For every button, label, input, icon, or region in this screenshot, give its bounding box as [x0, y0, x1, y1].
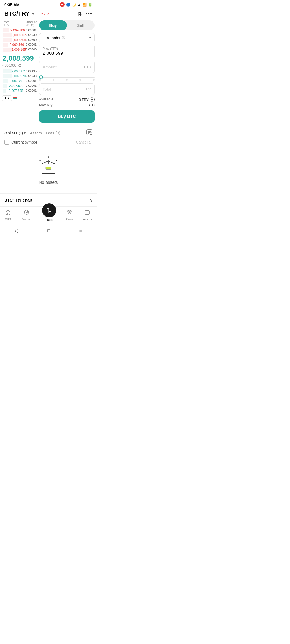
nav-trade[interactable]: ⇅ Trade	[42, 209, 56, 221]
checkbox[interactable]	[4, 140, 9, 145]
buy-tab[interactable]: Buy	[39, 20, 67, 30]
menu-button[interactable]: ≡	[79, 228, 82, 234]
nav-okx-label: OKX	[5, 218, 11, 221]
order-type-selector[interactable]: Limit order ⓘ ▾	[39, 33, 95, 42]
nav-assets[interactable]: Assets	[83, 209, 92, 221]
orders-dropdown-icon[interactable]: ▾	[24, 131, 26, 135]
available-value: 0 TRY +	[79, 97, 95, 102]
amount-placeholder: Amount	[43, 65, 57, 69]
sell-amount-3: 0.00500	[26, 38, 37, 42]
cancel-all-button[interactable]: Cancel all	[76, 140, 92, 144]
price-value: 2,008,599	[43, 51, 91, 56]
ob-buy-row: 2,007,593 0.00001	[2, 83, 37, 88]
header: BTC/TRY ▼ -1.67% ⇅ •••	[0, 8, 97, 20]
sell-tab[interactable]: Sell	[67, 20, 95, 30]
nav-trade-label: Trade	[45, 218, 53, 221]
trade-fab[interactable]: ⇅	[42, 203, 56, 217]
grow-icon	[67, 209, 73, 217]
history-icon[interactable]	[86, 129, 92, 137]
ob-sell-row: 2,009,166 0.00001	[2, 42, 37, 47]
bots-tab[interactable]: Bots (0)	[46, 131, 60, 135]
buy-amount-1: 0.02495	[26, 69, 37, 73]
sell-amount-5: 0.00500	[26, 48, 37, 52]
ob-buy-row: 2,007,970 0.04933	[2, 74, 37, 79]
depth-arrow: ▼	[7, 97, 10, 100]
sell-price-3: 2,009,306	[12, 38, 26, 42]
view-toggle[interactable]	[13, 97, 17, 99]
max-buy-value: 0 BTC	[85, 103, 95, 107]
pair-name[interactable]: BTC/TRY	[4, 10, 30, 17]
svg-line-11	[39, 160, 41, 161]
current-symbol-label: Current symbol	[11, 140, 37, 144]
price-field[interactable]: Price (TRY) 2,008,599	[39, 45, 95, 58]
buy-price-5: 2,007,395	[9, 89, 23, 93]
buy-amount-3: 0.00001	[26, 79, 37, 83]
available-label: Available	[39, 97, 53, 102]
ob-sell-row: 2,009,165 0.00500	[2, 47, 37, 52]
empty-box-icon	[38, 155, 59, 177]
nav-grow[interactable]: Grow	[66, 209, 73, 221]
svg-rect-0	[61, 4, 63, 5]
assets-tab[interactable]: Assets	[30, 131, 42, 135]
amount-field[interactable]: Amount BTC	[39, 61, 95, 73]
svg-rect-9	[46, 167, 51, 169]
buy-amount-4: 0.00001	[26, 84, 37, 88]
sell-amount-1: 0.00001	[26, 28, 37, 32]
discover-icon	[24, 209, 30, 217]
deposit-button[interactable]: +	[90, 97, 95, 102]
chart-title: BTC/TRY chart	[4, 198, 32, 202]
svg-point-18	[70, 210, 71, 212]
max-buy-label: Max buy	[39, 103, 52, 107]
info-icon: ⓘ	[62, 35, 65, 40]
current-symbol-checkbox[interactable]: Current symbol	[4, 140, 37, 145]
change-percent: -1.67%	[37, 12, 49, 16]
buy-price-1: 2,007,971	[12, 69, 26, 73]
no-assets-text: No assets	[39, 180, 58, 185]
orders-tab[interactable]: Orders (0) ▾	[4, 131, 26, 135]
buy-amount-5: 0.00001	[26, 89, 37, 93]
status-time: 9:35 AM	[4, 2, 20, 7]
order-type-label: Limit order ⓘ	[43, 35, 65, 40]
total-field[interactable]: Total TRY	[39, 83, 95, 95]
svg-point-16	[26, 212, 27, 213]
nav-discover-label: Discover	[21, 218, 32, 221]
chart-toggle-icon[interactable]: ⇅	[77, 10, 82, 17]
ob-buy-row: 2,007,971 0.02495	[2, 69, 37, 74]
max-buy-row: Max buy 0 BTC	[39, 103, 95, 107]
svg-rect-22	[85, 211, 89, 214]
assets-icon	[84, 209, 90, 217]
back-button[interactable]: ◁	[15, 228, 18, 234]
nav-discover[interactable]: Discover	[21, 209, 32, 221]
depth-selector[interactable]: 1 ▼	[2, 95, 37, 101]
order-type-chevron: ▾	[89, 36, 91, 40]
nav-okx[interactable]: OKX	[5, 209, 11, 221]
status-bar: 9:35 AM 🔵 🌙 ▲ 📶 🔋	[0, 0, 97, 8]
buy-button[interactable]: Buy BTC	[39, 110, 95, 123]
slider-thumb[interactable]	[39, 75, 43, 79]
buy-price-2: 2,007,970	[12, 74, 26, 78]
header-right: ⇅ •••	[77, 10, 92, 17]
svg-point-17	[68, 210, 69, 212]
sell-price-5: 2,009,165	[12, 48, 26, 52]
amount-slider[interactable]	[39, 75, 95, 83]
svg-line-21	[70, 212, 71, 213]
home-button[interactable]: □	[47, 228, 50, 234]
bottom-tabs-row: Orders (0) ▾ Assets Bots (0)	[4, 129, 92, 137]
svg-line-12	[56, 160, 57, 161]
ob-sell-row: 2,009,366 0.00001	[2, 28, 37, 33]
buy-amount-2: 0.04933	[26, 74, 37, 78]
price-label: Price (TRY)	[43, 47, 91, 50]
home-icon	[5, 209, 11, 217]
total-placeholder: Total	[43, 87, 51, 92]
ob-sell-row: 2,009,306 0.00500	[2, 38, 37, 42]
usd-equivalent: ≈ $60,900.72	[2, 64, 37, 69]
ob-buy-row: 2,007,395 0.00001	[2, 88, 37, 93]
sell-amount-2: 0.04930	[26, 33, 37, 37]
more-menu-icon[interactable]: •••	[86, 11, 92, 17]
chart-chevron-icon[interactable]: ∧	[89, 197, 92, 203]
pair-dropdown-icon[interactable]: ▼	[31, 12, 35, 16]
depth-value: 1	[5, 96, 6, 100]
order-book: Price(TRY) Amount(BTC) 2,009,366 0.00001…	[2, 20, 37, 123]
total-currency: TRY	[84, 87, 91, 91]
svg-line-20	[68, 212, 70, 213]
